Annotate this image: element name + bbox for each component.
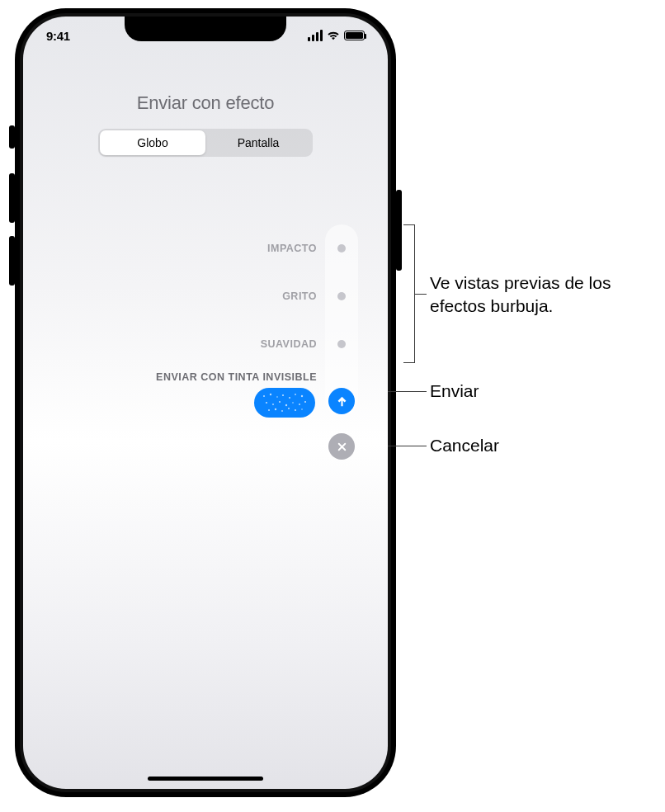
notch: [125, 17, 286, 41]
effect-dot-icon: [337, 340, 346, 348]
cellular-signal-icon: [308, 30, 323, 41]
send-button[interactable]: [328, 388, 355, 414]
svg-point-10: [285, 404, 287, 406]
wifi-icon: [327, 30, 340, 41]
svg-point-4: [289, 397, 290, 399]
svg-point-18: [295, 409, 296, 411]
volume-up-button: [9, 173, 15, 223]
battery-icon: [344, 31, 365, 40]
effect-impact-label: IMPACTO: [267, 243, 317, 254]
callout-line: [388, 391, 427, 392]
svg-point-8: [272, 404, 274, 405]
effect-loud-label: GRITO: [282, 290, 317, 302]
callout-preview: Ve vistas previas de los efectos burbuja…: [430, 271, 653, 319]
svg-point-16: [281, 410, 283, 412]
svg-point-15: [275, 408, 276, 410]
svg-point-5: [295, 394, 296, 395]
effect-gentle-label: SUAVIDAD: [261, 338, 317, 350]
volume-down-button: [9, 236, 15, 286]
close-icon: [337, 441, 347, 452]
effect-dot-icon: [337, 244, 346, 253]
phone-frame: 9:41 Enviar con efecto: [15, 8, 396, 797]
tab-screen[interactable]: Pantalla: [205, 130, 311, 155]
side-button: [396, 190, 402, 271]
svg-point-1: [270, 394, 271, 395]
svg-point-6: [301, 395, 303, 397]
callout-cancel: Cancelar: [430, 434, 499, 457]
svg-point-11: [292, 402, 294, 404]
svg-point-12: [299, 404, 300, 405]
effect-gentle[interactable]: SUAVIDAD: [111, 320, 358, 368]
svg-point-14: [268, 409, 270, 411]
header: Enviar con efecto Globo Pantalla: [23, 92, 388, 157]
effect-impact[interactable]: IMPACTO: [111, 224, 358, 272]
page-title: Enviar con efecto: [23, 92, 388, 114]
effect-invisible-ink-label: ENVIAR CON TINTA INVISIBLE: [111, 368, 317, 383]
svg-point-3: [282, 394, 284, 396]
bubble-effects: IMPACTO GRITO SUAVIDAD ENVIAR CON TINTA …: [111, 224, 358, 416]
svg-point-9: [279, 401, 281, 403]
mute-switch: [9, 125, 15, 149]
svg-point-17: [288, 408, 290, 409]
callout-line: [388, 446, 427, 446]
effect-loud[interactable]: GRITO: [111, 272, 358, 320]
tab-bubble-label: Globo: [137, 136, 167, 149]
effect-dot-icon: [337, 292, 346, 300]
callout-bracket: [403, 224, 415, 363]
svg-point-7: [266, 402, 267, 404]
callout-line: [415, 294, 427, 295]
svg-point-13: [304, 401, 306, 403]
callout-send: Enviar: [430, 380, 479, 403]
home-indicator: [148, 777, 263, 781]
svg-point-19: [301, 408, 303, 410]
effect-invisible-ink[interactable]: ENVIAR CON TINTA INVISIBLE: [111, 368, 358, 416]
status-time: 9:41: [46, 29, 70, 43]
cancel-button[interactable]: [328, 433, 355, 460]
tab-bubble[interactable]: Globo: [100, 130, 205, 155]
screen: 9:41 Enviar con efecto: [23, 17, 388, 789]
message-bubble-preview: [254, 388, 315, 418]
svg-point-2: [276, 396, 278, 398]
svg-point-0: [263, 395, 265, 397]
tab-screen-label: Pantalla: [238, 136, 280, 149]
effect-tabs: Globo Pantalla: [98, 129, 313, 157]
arrow-up-icon: [335, 394, 349, 408]
